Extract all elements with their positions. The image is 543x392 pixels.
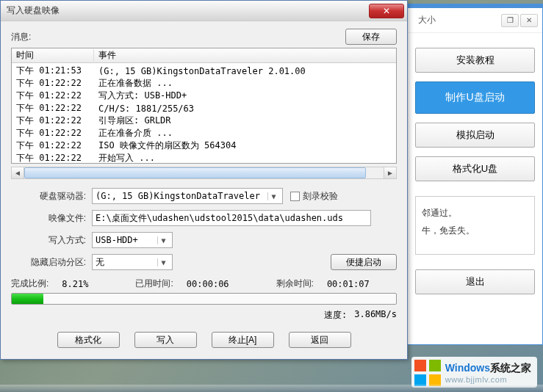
speed-label: 速度: (324, 309, 347, 322)
horizontal-scrollbar[interactable]: ◄ ► (11, 167, 397, 179)
watermark-logo: Windows系统之家 www.bjjmlv.com (411, 357, 537, 388)
log-row[interactable]: 下午 01:21:53(G:, 15 GB)KingstonDataTravel… (12, 65, 396, 77)
drive-label: 硬盘驱动器: (11, 190, 92, 203)
log-row[interactable]: 下午 01:22:22正在准备介质 ... (12, 127, 396, 139)
chevron-down-icon: ▼ (157, 258, 169, 266)
image-file-input[interactable]: E:\桌面文件\udashen\udstool2015\data\udashen… (92, 210, 371, 226)
chevron-down-icon: ▼ (157, 236, 169, 244)
save-button[interactable]: 保存 (345, 29, 397, 45)
format-usb-button[interactable]: 格式化U盘 (415, 156, 535, 181)
log-header: 时间 事件 (12, 48, 396, 63)
percent-label: 完成比例: (11, 277, 48, 290)
close-bg-icon[interactable]: ✕ (520, 14, 538, 27)
watermark-brand-2: 系统之家 (490, 362, 531, 374)
dialog-title: 写入硬盘映像 (4, 4, 369, 17)
log-row[interactable]: 下午 01:22:22正在准备数据 ... (12, 77, 396, 90)
log-row[interactable]: 下午 01:22:22C/H/S: 1881/255/63 (12, 102, 396, 115)
log-time: 下午 01:22:22 (12, 115, 94, 127)
scroll-left-arrow-icon[interactable]: ◄ (12, 167, 24, 178)
return-button[interactable]: 返回 (289, 332, 351, 348)
log-event: 开始写入 ... (94, 152, 396, 163)
log-time: 下午 01:22:22 (12, 139, 94, 152)
log-event: 写入方式: USB-HDD+ (94, 90, 396, 102)
checkbox-box-icon (290, 192, 300, 201)
remaining-value: 00:01:07 (327, 279, 370, 289)
log-time: 下午 01:21:53 (12, 65, 94, 77)
log-row[interactable]: 下午 01:22:22引导扇区: GRLDR (12, 115, 396, 127)
log-time: 下午 01:22:22 (12, 102, 94, 115)
log-header-event[interactable]: 事件 (94, 49, 396, 62)
info-label: 消息: (11, 31, 31, 43)
log-time: 下午 01:22:22 (12, 90, 94, 102)
elapsed-value: 00:00:06 (187, 279, 229, 289)
side-text-line2: 牛，免丢失。 (422, 222, 528, 239)
verify-checkbox[interactable]: 刻录校验 (290, 190, 338, 203)
write-mode-value: USB-HDD+ (96, 235, 154, 245)
remaining-label: 剩余时间: (276, 277, 314, 290)
drive-value: (G:, 15 GB)KingstonDataTraveler 2.01.00 (96, 191, 265, 201)
close-button[interactable]: ✕ (369, 4, 404, 18)
elapsed-label: 已用时间: (135, 277, 173, 290)
restore-icon[interactable]: ❐ (501, 14, 519, 27)
close-icon: ✕ (383, 6, 390, 16)
scroll-thumb[interactable] (24, 167, 366, 178)
log-header-time[interactable]: 时间 (12, 49, 94, 62)
hidden-partition-select[interactable]: 无 ▼ (92, 254, 173, 270)
write-disk-image-dialog: 写入硬盘映像 ✕ 消息: 保存 时间 事件 下午 01:21:53(G:, 15… (0, 0, 408, 360)
taskbar[interactable] (0, 385, 543, 392)
log-event: ISO 映像文件的扇区数为 564304 (94, 139, 396, 152)
quick-boot-button[interactable]: 便捷启动 (331, 254, 397, 270)
log-list: 时间 事件 下午 01:21:53(G:, 15 GB)KingstonData… (11, 48, 397, 164)
format-button[interactable]: 格式化 (57, 332, 120, 348)
write-mode-select[interactable]: USB-HDD+ ▼ (92, 232, 173, 248)
windows-logo-icon (414, 360, 441, 386)
side-info-box: 邻通过。 牛，免丢失。 (415, 196, 535, 255)
scroll-track[interactable] (24, 167, 384, 178)
side-text-line1: 邻通过。 (422, 204, 528, 222)
write-mode-label: 写入方式: (11, 234, 92, 247)
log-row[interactable]: 下午 01:22:22开始写入 ... (12, 152, 396, 163)
hidden-partition-value: 无 (96, 256, 154, 269)
log-time: 下午 01:22:22 (12, 152, 94, 163)
log-event: C/H/S: 1881/255/63 (94, 104, 396, 114)
log-row[interactable]: 下午 01:22:22ISO 映像文件的扇区数为 564304 (12, 139, 396, 152)
scroll-right-arrow-icon[interactable]: ► (384, 167, 396, 178)
image-file-value: E:\桌面文件\udashen\udstool2015\data\udashen… (96, 212, 343, 225)
speed-value: 3.86MB/s (354, 309, 397, 322)
background-window: 大小 ❐ ✕ 安装教程 制作U盘启动 模拟启动 格式化U盘 邻通过。 牛，免丢失… (407, 4, 543, 345)
drive-select[interactable]: (G:, 15 GB)KingstonDataTraveler 2.01.00 … (92, 188, 283, 204)
watermark-brand-1: Windows (445, 362, 490, 374)
hidden-partition-label: 隐藏启动分区: (11, 256, 92, 269)
simulate-boot-button[interactable]: 模拟启动 (415, 123, 535, 148)
log-event: 正在准备数据 ... (94, 77, 396, 90)
verify-label: 刻录校验 (303, 190, 338, 203)
bg-window-header: 大小 ❐ ✕ (408, 8, 542, 33)
percent-value: 8.21% (62, 279, 88, 289)
exit-button[interactable]: 退出 (415, 269, 535, 294)
log-event: (G:, 15 GB)KingstonDataTraveler 2.01.00 (94, 66, 396, 76)
progress-bar (11, 293, 397, 305)
chevron-down-icon: ▼ (267, 192, 279, 200)
install-tutorial-button[interactable]: 安装教程 (415, 48, 535, 73)
progress-fill (12, 294, 43, 304)
bg-header-size-label: 大小 (412, 14, 436, 26)
watermark-url: www.bjjmlv.com (445, 375, 531, 384)
log-time: 下午 01:22:22 (12, 77, 94, 90)
dialog-titlebar[interactable]: 写入硬盘映像 ✕ (1, 1, 407, 21)
write-button[interactable]: 写入 (134, 332, 197, 348)
log-event: 正在准备介质 ... (94, 127, 396, 139)
log-event: 引导扇区: GRLDR (94, 115, 396, 127)
image-file-label: 映像文件: (11, 212, 92, 225)
abort-button[interactable]: 终止[A] (212, 332, 274, 348)
log-time: 下午 01:22:22 (12, 127, 94, 139)
make-usb-boot-button[interactable]: 制作U盘启动 (415, 81, 535, 114)
log-row[interactable]: 下午 01:22:22写入方式: USB-HDD+ (12, 90, 396, 102)
